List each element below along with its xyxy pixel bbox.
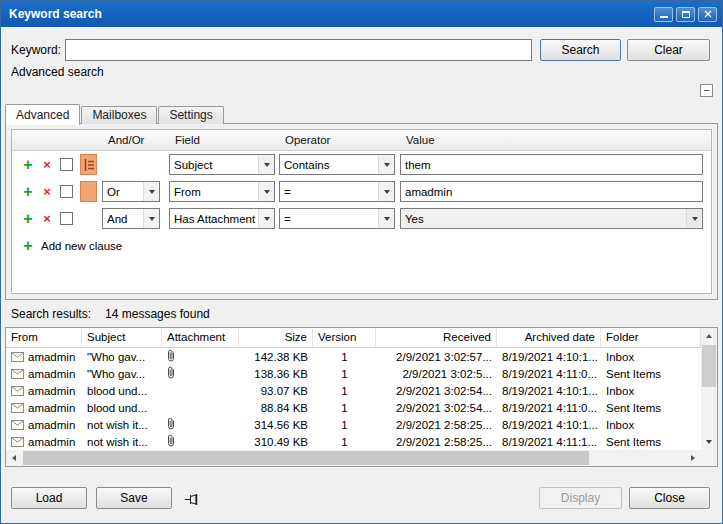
table-row[interactable]: amadmin "Who gav... 142.38 KB 1 2/9/2021… [6, 348, 701, 365]
insert-clause-icon[interactable]: + [18, 184, 38, 200]
load-button[interactable]: Load [11, 487, 87, 509]
received-cell: 2/9/2021 3:02:57... [376, 351, 497, 363]
close-button[interactable] [698, 7, 717, 22]
subject-cell: not wish it... [82, 436, 162, 448]
maximize-icon [682, 11, 690, 18]
tab-bar: Advanced Mailboxes Settings [5, 104, 225, 124]
minimize-icon [660, 16, 668, 18]
table-row[interactable]: amadmin "Who gav... 138.36 KB 1 2/9/2021… [6, 365, 701, 382]
remove-clause-icon[interactable]: × [38, 158, 56, 172]
drag-handle[interactable] [80, 181, 97, 202]
insert-clause-icon[interactable]: + [18, 157, 38, 173]
column-header-from[interactable]: From [6, 328, 82, 347]
scroll-right-button[interactable] [685, 450, 701, 466]
scroll-down-button[interactable] [701, 434, 717, 450]
column-header-received[interactable]: Received [376, 328, 497, 347]
value-input[interactable] [400, 181, 703, 202]
column-header-archived-date[interactable]: Archived date [497, 328, 601, 347]
add-new-clause-label: Add new clause [41, 240, 122, 252]
operator-select[interactable]: Contains [279, 154, 395, 175]
size-cell: 310.49 KB [239, 436, 313, 448]
column-header-subject[interactable]: Subject [82, 328, 162, 347]
from-cell: amadmin [6, 402, 82, 414]
andor-select[interactable]: Or [102, 181, 160, 202]
operator-select[interactable]: = [279, 181, 395, 202]
table-row[interactable]: amadmin not wish it... 310.49 KB 1 2/9/2… [6, 433, 701, 450]
version-cell: 1 [313, 351, 376, 363]
value-input[interactable] [400, 154, 703, 175]
horizontal-scrollbar[interactable] [6, 450, 701, 466]
andor-select[interactable]: And [102, 208, 160, 229]
mail-icon [11, 403, 24, 413]
search-button[interactable]: Search [540, 39, 621, 61]
vertical-scroll-thumb[interactable] [702, 345, 716, 387]
maximize-button[interactable] [676, 7, 695, 22]
from-cell: amadmin [6, 368, 82, 380]
field-select[interactable]: From [169, 181, 275, 202]
table-row[interactable]: amadmin not wish it... 314.56 KB 1 2/9/2… [6, 416, 701, 433]
subject-cell: "Who gav... [82, 351, 162, 363]
paperclip-icon [167, 349, 175, 362]
field-select[interactable]: Has Attachment [169, 208, 275, 229]
clause-checkbox[interactable] [60, 185, 73, 198]
subject-cell: not wish it... [82, 419, 162, 431]
drag-handle[interactable] [80, 154, 97, 175]
operator-select[interactable]: = [279, 208, 395, 229]
size-cell: 88.84 KB [239, 402, 313, 414]
table-row[interactable]: amadmin blood und... 88.84 KB 1 2/9/2021… [6, 399, 701, 416]
drag-handle[interactable] [80, 208, 97, 229]
chevron-down-icon [258, 155, 274, 174]
clause-checkbox[interactable] [60, 212, 73, 225]
remove-clause-icon[interactable]: × [38, 185, 56, 199]
column-header-size[interactable]: Size [239, 328, 313, 347]
header-and-or: And/Or [102, 134, 169, 146]
from-cell: amadmin [6, 385, 82, 397]
titlebar: Keyword search [1, 1, 722, 27]
grip-icon [84, 159, 94, 171]
mail-icon [11, 386, 24, 396]
attachment-cell [162, 383, 239, 398]
received-cell: 2/9/2021 3:02:54... [376, 402, 497, 414]
value-select[interactable]: Yes [400, 208, 703, 229]
received-cell: 2/9/2021 3:02:5... [376, 368, 497, 380]
pin-icon[interactable] [183, 491, 205, 507]
clause-checkbox[interactable] [60, 158, 73, 171]
insert-clause-icon[interactable]: + [18, 211, 38, 227]
field-select[interactable]: Subject [169, 154, 275, 175]
received-cell: 2/9/2021 2:58:25... [376, 419, 497, 431]
scroll-up-button[interactable] [701, 328, 717, 344]
minimize-button[interactable] [654, 7, 673, 22]
header-operator: Operator [279, 134, 400, 146]
version-cell: 1 [313, 419, 376, 431]
paperclip-icon [167, 417, 175, 430]
arrow-up-icon [706, 334, 712, 338]
archived-date-cell: 8/19/2021 4:10:1... [497, 385, 601, 397]
paperclip-icon [167, 434, 175, 447]
size-cell: 93.07 KB [239, 385, 313, 397]
scrollbar-corner [701, 450, 717, 466]
column-header-folder[interactable]: Folder [601, 328, 701, 347]
column-header-version[interactable]: Version [313, 328, 376, 347]
size-cell: 314.56 KB [239, 419, 313, 431]
save-button[interactable]: Save [96, 487, 172, 509]
tab-settings[interactable]: Settings [158, 106, 223, 124]
collapse-toggle[interactable]: − [700, 84, 713, 97]
mail-icon [11, 420, 24, 430]
keyword-input[interactable] [65, 39, 532, 61]
vertical-scrollbar[interactable] [701, 328, 717, 450]
arrow-left-icon [12, 455, 16, 461]
remove-clause-icon[interactable]: × [38, 212, 56, 226]
column-header-attachment[interactable]: Attachment [162, 328, 239, 347]
table-row[interactable]: amadmin blood und... 93.07 KB 1 2/9/2021… [6, 382, 701, 399]
scroll-left-button[interactable] [6, 450, 22, 466]
chevron-down-icon [686, 209, 702, 228]
tab-advanced[interactable]: Advanced [5, 104, 80, 125]
add-new-clause[interactable]: + Add new clause [12, 236, 711, 256]
size-cell: 138.36 KB [239, 368, 313, 380]
horizontal-scroll-thumb[interactable] [23, 451, 589, 465]
chevron-down-icon [378, 209, 394, 228]
close-dialog-button[interactable]: Close [629, 487, 710, 509]
clear-button[interactable]: Clear [627, 39, 710, 61]
search-results-label: Search results: [11, 307, 91, 321]
tab-mailboxes[interactable]: Mailboxes [81, 106, 157, 124]
